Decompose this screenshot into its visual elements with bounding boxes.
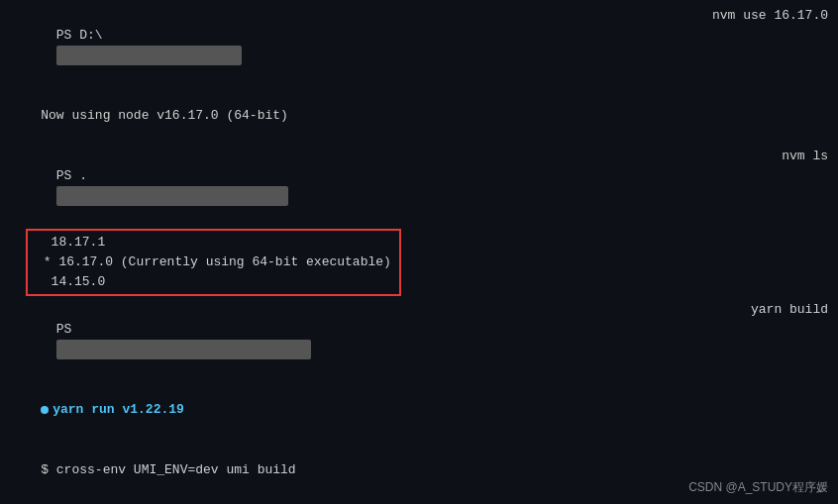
watermark: CSDN @A_STUDY程序媛 bbox=[688, 479, 828, 496]
cross-env-cmd: $ cross-env UMI_ENV=dev umi build bbox=[41, 462, 295, 477]
terminal-line-2: Now using node v16.17.0 (64-bit) bbox=[10, 86, 828, 146]
blurred-path-1 bbox=[56, 46, 242, 65]
ps-prompt-yarn: PS bbox=[56, 322, 72, 337]
line-left-yarn: PS bbox=[10, 300, 731, 380]
terminal-line-3: PS . nvm ls bbox=[10, 147, 828, 227]
line-right-3: nvm ls bbox=[762, 147, 828, 166]
line-left-1: PS D:\ bbox=[10, 6, 692, 86]
nvm-version-box: 18.17.1 * 16.17.0 (Currently using 64-bi… bbox=[26, 229, 401, 296]
browserslist-line-1: Browserslist: caniuse-lite is outdated. … bbox=[10, 500, 828, 504]
terminal-window: PS D:\ nvm use 16.17.0 Now using node v1… bbox=[0, 0, 838, 504]
blurred-path-yarn bbox=[56, 340, 311, 359]
watermark-text: CSDN @A_STUDY程序媛 bbox=[688, 480, 828, 494]
node-version-msg: Now using node v16.17.0 (64-bit) bbox=[41, 108, 288, 123]
nvm-version-3: 14.15.0 bbox=[36, 272, 391, 292]
ps-prompt-3: PS . bbox=[56, 168, 87, 183]
line-right-1: nvm use 16.17.0 bbox=[692, 6, 828, 26]
line-right-yarn: yarn build bbox=[731, 300, 828, 320]
yarn-version-text: yarn run v1.22.19 bbox=[52, 402, 184, 417]
terminal-line-1: PS D:\ nvm use 16.17.0 bbox=[10, 6, 828, 86]
nvm-version-1: 18.17.1 bbox=[36, 233, 391, 252]
blurred-path-3 bbox=[56, 186, 288, 206]
nvm-version-2: * 16.17.0 (Currently using 64-bit execut… bbox=[36, 252, 391, 272]
yarn-run-line: yarn run v1.22.19 bbox=[10, 380, 828, 440]
ps-prompt-1: PS D:\ bbox=[56, 28, 103, 43]
terminal-line-ps-yarn: PS yarn build bbox=[10, 300, 828, 380]
blue-dot-icon bbox=[41, 406, 49, 414]
line-left-3: PS . bbox=[10, 147, 762, 227]
